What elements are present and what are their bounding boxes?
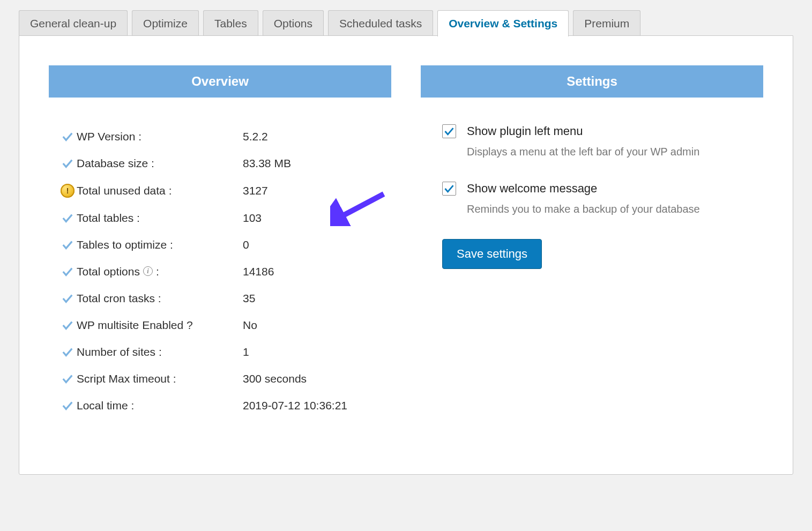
status-check-icon <box>58 266 77 278</box>
check-icon <box>444 126 455 137</box>
overview-label: Local time : <box>77 399 243 412</box>
setting-label: Show plugin left menu <box>467 124 583 138</box>
check-icon <box>444 183 455 194</box>
overview-label-text: WP multisite Enabled ? <box>77 319 193 332</box>
settings-column: Settings Show plugin left menu Displays … <box>421 65 763 269</box>
tab-label: Overview & Settings <box>449 17 557 29</box>
overview-label-text: Total cron tasks : <box>77 292 161 305</box>
setting-show-welcome: Show welcome message Reminds you to make… <box>442 182 763 215</box>
overview-label-text: Local time : <box>77 399 134 412</box>
check-icon <box>62 346 73 358</box>
overview-value: No <box>243 319 257 332</box>
check-icon <box>62 158 73 169</box>
overview-label-text: Number of sites : <box>77 346 162 358</box>
setting-head: Show plugin left menu <box>442 124 763 138</box>
overview-row: WP multisite Enabled ?No <box>58 312 391 339</box>
overview-value: 2019-07-12 10:36:21 <box>243 399 347 412</box>
tab-label: Options <box>274 17 312 29</box>
check-icon <box>62 373 73 385</box>
settings-title: Settings <box>421 65 763 98</box>
overview-label: Number of sites : <box>77 346 243 358</box>
overview-label-text: Script Max timeout : <box>77 372 176 385</box>
overview-label-text: Total tables : <box>77 212 140 225</box>
overview-label: Total unused data : <box>77 184 243 197</box>
overview-value: 14186 <box>243 265 274 278</box>
tab-label: Optimize <box>143 17 188 29</box>
setting-head: Show welcome message <box>442 182 763 196</box>
status-check-icon <box>58 373 77 385</box>
overview-value: 3127 <box>243 184 268 197</box>
tab-bar: General clean-up Optimize Tables Options… <box>19 10 793 36</box>
status-check-icon <box>58 131 77 143</box>
overview-label: Script Max timeout : <box>77 372 243 385</box>
overview-label: Total optionsi: <box>77 265 243 278</box>
tab-optimize[interactable]: Optimize <box>132 10 199 36</box>
overview-value: 5.2.2 <box>243 130 268 143</box>
panel-columns: Overview WP Version :5.2.2Database size … <box>49 65 763 419</box>
coin-warning-icon: ! <box>61 184 75 198</box>
status-check-icon <box>58 400 77 412</box>
tab-label: Scheduled tasks <box>339 17 422 29</box>
status-check-icon <box>58 239 77 251</box>
overview-label-text: Tables to optimize : <box>77 238 173 251</box>
overview-row: Total optionsi:14186 <box>58 258 391 285</box>
status-check-icon <box>58 346 77 358</box>
check-icon <box>62 400 73 412</box>
overview-label-suffix: : <box>156 265 159 278</box>
check-icon <box>62 319 73 331</box>
check-icon <box>62 293 73 304</box>
overview-label: Total cron tasks : <box>77 292 243 305</box>
overview-row: !Total unused data :3127 <box>58 177 391 205</box>
overview-row: Total cron tasks :35 <box>58 285 391 312</box>
tab-overview-settings[interactable]: Overview & Settings <box>437 10 569 36</box>
overview-label-text: WP Version : <box>77 130 141 143</box>
setting-description: Reminds you to make a backup of your dat… <box>467 203 763 215</box>
status-check-icon <box>58 319 77 331</box>
overview-row: Script Max timeout :300 seconds <box>58 365 391 392</box>
overview-value: 103 <box>243 212 262 225</box>
overview-label: WP multisite Enabled ? <box>77 319 243 332</box>
overview-value: 0 <box>243 238 249 251</box>
overview-value: 300 seconds <box>243 372 307 385</box>
tab-label: Tables <box>214 17 247 29</box>
overview-label: Database size : <box>77 157 243 170</box>
overview-value: 1 <box>243 346 249 358</box>
check-icon <box>62 239 73 251</box>
overview-label-text: Database size : <box>77 157 154 170</box>
overview-row: Total tables :103 <box>58 205 391 231</box>
status-check-icon <box>58 293 77 304</box>
info-icon[interactable]: i <box>143 266 153 276</box>
tab-options[interactable]: Options <box>263 10 324 36</box>
overview-row: Number of sites :1 <box>58 339 391 365</box>
warning-icon: ! <box>58 184 77 198</box>
overview-row: Database size :83.38 MB <box>58 150 391 177</box>
overview-value: 35 <box>243 292 255 305</box>
tab-premium[interactable]: Premium <box>573 10 640 36</box>
checkbox-show-welcome[interactable] <box>442 182 456 196</box>
overview-row: Local time :2019-07-12 10:36:21 <box>58 392 391 419</box>
overview-title: Overview <box>49 65 391 98</box>
overview-list: WP Version :5.2.2Database size :83.38 MB… <box>58 123 391 419</box>
overview-column: Overview WP Version :5.2.2Database size … <box>49 65 391 419</box>
status-check-icon <box>58 158 77 169</box>
tab-label: General clean-up <box>30 17 116 29</box>
overview-label: WP Version : <box>77 130 243 143</box>
tab-scheduled-tasks[interactable]: Scheduled tasks <box>328 10 433 36</box>
check-icon <box>62 212 73 224</box>
overview-value: 83.38 MB <box>243 157 291 170</box>
button-label: Save settings <box>457 247 527 260</box>
checkbox-show-left-menu[interactable] <box>442 124 456 138</box>
tab-label: Premium <box>584 17 629 29</box>
setting-description: Displays a menu at the left bar of your … <box>467 146 763 158</box>
status-check-icon <box>58 212 77 224</box>
overview-label-text: Total options <box>77 265 140 278</box>
save-settings-button[interactable]: Save settings <box>442 239 542 269</box>
overview-row: Tables to optimize :0 <box>58 231 391 258</box>
setting-show-left-menu: Show plugin left menu Displays a menu at… <box>442 124 763 158</box>
tab-general-cleanup[interactable]: General clean-up <box>19 10 128 36</box>
check-icon <box>62 266 73 278</box>
setting-label: Show welcome message <box>467 182 597 196</box>
settings-list: Show plugin left menu Displays a menu at… <box>442 124 763 269</box>
overview-label: Tables to optimize : <box>77 238 243 251</box>
tab-tables[interactable]: Tables <box>203 10 258 36</box>
